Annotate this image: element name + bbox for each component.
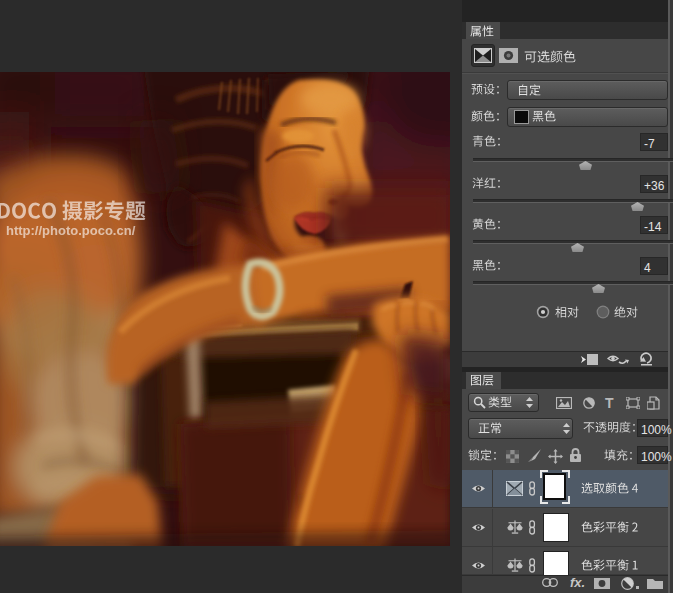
svg-text:http://photo.poco.cn/: http://photo.poco.cn/ [6,223,136,238]
